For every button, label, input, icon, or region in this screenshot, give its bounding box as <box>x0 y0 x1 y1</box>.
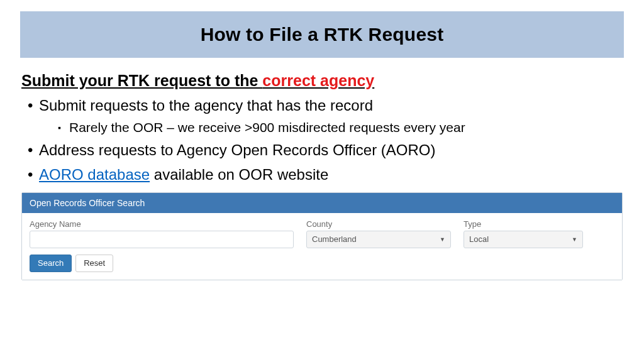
sub-list: Rarely the OOR – we receive >900 misdire… <box>39 118 623 137</box>
county-field: County Cumberland ▼ <box>306 219 451 248</box>
list-item: Submit requests to the agency that has t… <box>25 95 623 137</box>
page-title: How to File a RTK Request <box>20 24 624 45</box>
panel-header: Open Records Officer Search <box>22 193 622 213</box>
reset-button[interactable]: Reset <box>75 255 113 272</box>
button-row: Search Reset <box>30 255 614 272</box>
list-item: AORO database available on OOR website <box>25 164 623 186</box>
chevron-down-icon: ▼ <box>436 236 445 243</box>
type-select[interactable]: Local ▼ <box>464 231 583 248</box>
agency-label: Agency Name <box>30 219 294 229</box>
subheading-emphasis: correct agency <box>262 72 374 89</box>
aoro-database-link[interactable]: AORO database <box>39 166 150 183</box>
search-panel: Open Records Officer Search Agency Name … <box>21 192 623 280</box>
title-bar: How to File a RTK Request <box>20 11 624 58</box>
type-label: Type <box>464 219 583 229</box>
list-item-text: available on OOR website <box>150 166 328 183</box>
subheading: Submit your RTK request to the correct a… <box>21 72 623 90</box>
search-button[interactable]: Search <box>30 255 72 272</box>
agency-input[interactable] <box>30 231 294 248</box>
bullet-list: Submit requests to the agency that has t… <box>21 95 623 186</box>
subheading-text: Submit your RTK request to the <box>21 72 262 89</box>
agency-field: Agency Name <box>30 219 294 248</box>
list-item-text: Submit requests to the agency that has t… <box>39 97 373 114</box>
type-select-value: Local <box>469 234 489 244</box>
county-label: County <box>306 219 451 229</box>
sub-list-item: Rarely the OOR – we receive >900 misdire… <box>58 118 623 137</box>
content-area: Submit your RTK request to the correct a… <box>0 58 644 186</box>
county-select[interactable]: Cumberland ▼ <box>306 231 451 248</box>
list-item: Address requests to Agency Open Records … <box>25 140 623 162</box>
type-field: Type Local ▼ <box>464 219 583 248</box>
panel-body: Agency Name County Cumberland ▼ Type Loc… <box>22 213 622 280</box>
chevron-down-icon: ▼ <box>568 236 577 243</box>
form-row: Agency Name County Cumberland ▼ Type Loc… <box>30 219 614 248</box>
county-select-value: Cumberland <box>312 234 357 244</box>
